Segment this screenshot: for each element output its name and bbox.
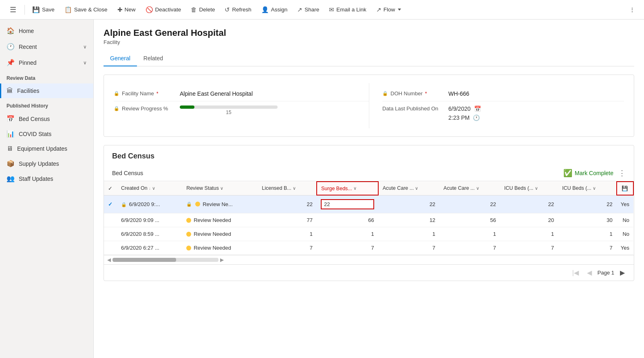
row4-acute-care-2: 7 bbox=[439, 241, 500, 255]
row2-icu-beds-2: 30 bbox=[558, 213, 617, 227]
sidebar-item-home[interactable]: 🏠 Home bbox=[0, 23, 93, 39]
table-row[interactable]: 6/9/2020 9:09 ... Review Needed 77 66 12… bbox=[104, 213, 633, 227]
col-created-on[interactable]: Created On ↓ ∨ bbox=[117, 182, 182, 195]
table-row[interactable]: 6/9/2020 6:27 ... Review Needed 7 7 7 7 bbox=[104, 241, 633, 255]
page-subtitle: Facility bbox=[104, 39, 634, 45]
icu-beds-2-chevron-icon[interactable]: ∨ bbox=[593, 186, 596, 191]
share-button[interactable]: ↗ Share bbox=[293, 4, 323, 16]
acute-care-2-chevron-icon[interactable]: ∨ bbox=[476, 186, 479, 191]
row2-check bbox=[104, 213, 117, 227]
row3-icu-beds-1: 1 bbox=[500, 227, 558, 241]
save-close-button[interactable]: 📋 Save & Close bbox=[60, 4, 112, 16]
bed-census-table-wrapper: ✓ Created On ↓ ∨ bbox=[104, 181, 634, 255]
scrollbar-thumb[interactable] bbox=[112, 258, 176, 262]
more-options-button[interactable]: ⋮ bbox=[625, 4, 639, 15]
sidebar-item-staff-updates[interactable]: 👥 Staff Updates bbox=[0, 171, 93, 186]
sidebar-item-equipment-updates[interactable]: 🖥 Equipment Updates bbox=[0, 141, 93, 156]
surge-beds-edit-cell[interactable]: 22 bbox=[321, 199, 374, 209]
deactivate-icon: 🚫 bbox=[146, 6, 153, 13]
scroll-right-arrow[interactable]: ▶ bbox=[220, 257, 224, 263]
page-label: Page 1 bbox=[598, 270, 614, 276]
review-status-chevron-icon[interactable]: ∨ bbox=[220, 186, 223, 191]
col-acute-care-1[interactable]: Acute Care ... ∨ bbox=[378, 182, 439, 195]
horizontal-scrollbar[interactable]: ◀ ▶ bbox=[104, 255, 634, 264]
row4-created-on: 6/9/2020 6:27 ... bbox=[117, 241, 182, 255]
flow-button[interactable]: ↗ Flow bbox=[372, 4, 406, 16]
sidebar-item-pinned[interactable]: 📌 Pinned ∨ bbox=[0, 55, 93, 70]
licensed-beds-chevron-icon[interactable]: ∨ bbox=[293, 186, 296, 191]
review-progress-label: 🔒 Review Progress % bbox=[114, 105, 175, 112]
sidebar-item-recent[interactable]: 🕐 Recent ∨ bbox=[0, 39, 93, 55]
col-review-status[interactable]: Review Status ∨ bbox=[182, 182, 258, 195]
acute-care-1-chevron-icon[interactable]: ∨ bbox=[415, 186, 418, 191]
row3-check bbox=[104, 227, 117, 241]
col-licensed-beds[interactable]: Licensed B... ∨ bbox=[258, 182, 317, 195]
home-icon: 🏠 bbox=[7, 27, 15, 35]
pagination: |◀ ◀ Page 1 ▶ bbox=[104, 264, 634, 281]
calendar-icon: 📅 bbox=[474, 105, 481, 112]
status-dot-2 bbox=[186, 218, 191, 223]
table-body: ✓ 🔒 6/9/2020 9:... 🔒 Review Ne... bbox=[104, 195, 633, 255]
hamburger-menu[interactable]: ☰ bbox=[5, 2, 21, 18]
assign-button[interactable]: 👤 Assign bbox=[257, 4, 292, 16]
row4-yes-no: Yes bbox=[617, 241, 633, 255]
form-col-left: 🔒 Facility Name * Alpine East General Ho… bbox=[114, 83, 369, 128]
created-on-chevron-icon[interactable]: ∨ bbox=[152, 186, 155, 191]
new-button[interactable]: ✚ New bbox=[113, 4, 140, 16]
published-date-value: 6/9/2020 bbox=[448, 105, 471, 112]
col-save-btn[interactable]: 💾 bbox=[617, 182, 633, 195]
share-icon: ↗ bbox=[297, 6, 302, 13]
row4-licensed-beds: 7 bbox=[258, 241, 317, 255]
icu-beds-1-chevron-icon[interactable]: ∨ bbox=[535, 186, 538, 191]
published-time-item: 2:23 PM 🕐 bbox=[448, 114, 481, 121]
save-icon: 💾 bbox=[32, 6, 40, 13]
recent-icon: 🕐 bbox=[7, 43, 15, 51]
sidebar-item-supply-updates[interactable]: 📦 Supply Updates bbox=[0, 156, 93, 171]
section-title: Bed Census bbox=[104, 152, 634, 165]
scroll-left-arrow[interactable]: ◀ bbox=[107, 257, 111, 263]
col-surge-beds[interactable]: Surge Beds... ∨ bbox=[317, 182, 378, 195]
progress-bar-bg bbox=[180, 105, 278, 109]
sidebar-item-facilities[interactable]: 🏛 Facilities bbox=[0, 83, 93, 98]
save-button[interactable]: 💾 Save bbox=[28, 4, 59, 16]
status-dot-3 bbox=[186, 232, 191, 237]
page-prev-button[interactable]: ◀ bbox=[584, 268, 594, 277]
tab-general[interactable]: General bbox=[104, 52, 137, 66]
doh-required-asterisk: * bbox=[425, 91, 427, 97]
created-on-sort-icon[interactable]: ↓ bbox=[149, 186, 151, 191]
tab-related[interactable]: Related bbox=[137, 52, 170, 66]
progress-bar-container: 15 bbox=[180, 105, 278, 115]
subheader-title: Bed Census bbox=[112, 170, 563, 176]
section-more-button[interactable]: ⋮ bbox=[618, 169, 626, 178]
col-icu-beds-1[interactable]: ICU Beds (... ∨ bbox=[500, 182, 558, 195]
supply-icon: 📦 bbox=[7, 160, 15, 167]
row3-review-status: Review Needed bbox=[182, 227, 258, 241]
page-first-button[interactable]: |◀ bbox=[570, 268, 581, 277]
ellipsis-icon: ⋮ bbox=[629, 7, 635, 13]
delete-button[interactable]: 🗑 Delete bbox=[187, 4, 219, 15]
page-title: Alpine East General Hospital bbox=[104, 28, 634, 38]
page-next-button[interactable]: ▶ bbox=[618, 268, 627, 277]
scrollbar-track[interactable] bbox=[112, 258, 218, 262]
table-row[interactable]: ✓ 🔒 6/9/2020 9:... 🔒 Review Ne... bbox=[104, 195, 633, 213]
table-row[interactable]: 6/9/2020 8:59 ... Review Needed 1 1 1 1 bbox=[104, 227, 633, 241]
deactivate-button[interactable]: 🚫 Deactivate bbox=[141, 4, 185, 16]
email-link-button[interactable]: ✉ Email a Link bbox=[325, 4, 371, 16]
refresh-button[interactable]: ↺ Refresh bbox=[221, 4, 255, 16]
mark-complete-button[interactable]: ✅ Mark Complete bbox=[563, 169, 613, 178]
assign-icon: 👤 bbox=[261, 6, 269, 13]
status-dot-4 bbox=[186, 246, 191, 250]
col-icu-beds-2[interactable]: ICU Beds (... ∨ bbox=[558, 182, 617, 195]
sidebar: 🏠 Home 🕐 Recent ∨ 📌 Pinned ∨ Review Data… bbox=[0, 20, 94, 358]
col-acute-care-2[interactable]: Acute Care ... ∨ bbox=[439, 182, 500, 195]
row3-icu-beds-2: 1 bbox=[558, 227, 617, 241]
save-row-icon[interactable]: 💾 bbox=[622, 186, 628, 191]
pin-icon: 📌 bbox=[7, 59, 15, 66]
sidebar-item-covid-stats[interactable]: 📊 COVID Stats bbox=[0, 126, 93, 141]
row1-review-status: 🔒 Review Ne... bbox=[182, 195, 258, 213]
row1-surge-beds[interactable]: 22 bbox=[317, 195, 378, 213]
surge-beds-chevron-icon[interactable]: ∨ bbox=[353, 186, 357, 191]
mark-complete-icon: ✅ bbox=[563, 169, 572, 178]
sidebar-item-bed-census[interactable]: 📅 Bed Census bbox=[0, 111, 93, 126]
row3-licensed-beds: 1 bbox=[258, 227, 317, 241]
